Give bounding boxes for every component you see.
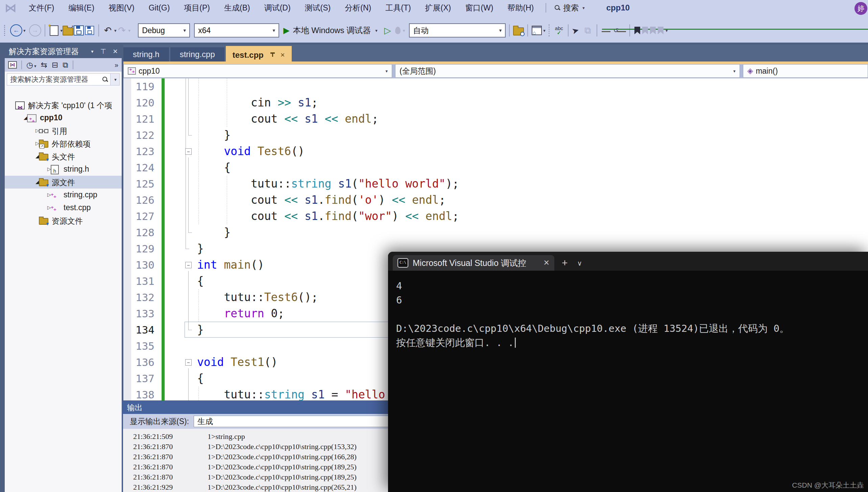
save-button[interactable]	[73, 24, 84, 36]
pin-icon[interactable]	[270, 52, 275, 58]
code-text: {	[197, 273, 204, 289]
search-menu[interactable]: 搜索 ▾	[551, 3, 588, 13]
open-file-button[interactable]	[63, 24, 73, 36]
unindent-lines-button[interactable]: ↺	[613, 24, 626, 36]
output-message: 1>D:\2023code.c\cpp10\cpp10\string.cpp(1…	[208, 463, 357, 471]
start-debugging-button[interactable]: ▶ 本地 Windows 调试器 ▾	[279, 25, 382, 36]
menu-item[interactable]: 分析(N)	[338, 3, 378, 13]
menu-item[interactable]: 编辑(E)	[61, 3, 101, 13]
document-tab[interactable]: string.h	[123, 47, 169, 62]
tree-item-[interactable]: ▷引用	[5, 124, 122, 137]
menu-item[interactable]: Git(G)	[142, 3, 177, 13]
start-without-debugging-button[interactable]: ▷	[384, 25, 391, 36]
menu-item[interactable]: 工具(T)	[378, 3, 418, 13]
output-timestamp: 21:36:21:870	[133, 442, 196, 452]
close-icon[interactable]: ×	[113, 47, 118, 56]
pin-icon[interactable]: ⊤	[100, 47, 106, 55]
tab-label: string.h	[133, 50, 160, 59]
toggle-bookmark-button[interactable]	[634, 27, 640, 34]
menu-item[interactable]: 视图(V)	[101, 3, 142, 13]
chevron-down-icon[interactable]: ▾	[91, 49, 94, 54]
scope-dropdown[interactable]: (全局范围)▾	[395, 64, 740, 78]
properties-pages-icon[interactable]: ⧉	[63, 60, 68, 70]
collapse-all-icon[interactable]: ⊟	[52, 60, 58, 70]
code-line-122[interactable]: 122 }	[123, 127, 868, 143]
overflow-icon[interactable]: »	[115, 61, 118, 69]
fold-collapse-box[interactable]: −	[185, 148, 192, 155]
code-line-126[interactable]: 126 cout << s1.find('o') << endl;	[123, 192, 868, 208]
tree-item-[interactable]: ▷↗外部依赖项	[5, 137, 122, 150]
new-tab-button[interactable]: +	[562, 257, 568, 269]
code-line-123[interactable]: 123 void Test6()	[123, 143, 868, 159]
line-number: 136	[130, 354, 154, 370]
code-line-125[interactable]: 125 tutu::string s1("hello world");	[123, 176, 868, 192]
console-line	[396, 307, 868, 321]
code-line-120[interactable]: 120 cin >> s1;	[123, 95, 868, 111]
solution-search-box[interactable]: 搜索解决方案资源管理器 ▾	[7, 73, 120, 85]
code-line-127[interactable]: 127 cout << s1.find("wor") << endl;	[123, 208, 868, 224]
console-titlebar[interactable]: C:\ Microsoft Visual Studio 调试控 ✕ + ∨	[388, 252, 868, 271]
user-avatar[interactable]: 婷	[854, 2, 867, 15]
tree-item-cpp10[interactable]: ◢⁺₊cpp10	[5, 112, 122, 124]
tree-item-cpp101[interactable]: ⋈解决方案 'cpp10' (1 个项	[5, 99, 122, 112]
configuration-dropdown[interactable]: Debug▾	[138, 23, 190, 38]
line-number: 125	[130, 176, 154, 192]
menu-item[interactable]: 扩展(X)	[418, 3, 458, 13]
navigate-back-button[interactable]: ←	[10, 24, 22, 36]
tree-item-[interactable]: ◢▼源文件	[5, 176, 122, 189]
find-in-files-button[interactable]	[513, 24, 524, 36]
debug-console-window: C:\ Microsoft Visual Studio 调试控 ✕ + ∨ 46…	[388, 252, 868, 492]
pending-changes-filter-icon[interactable]: ◷▾	[26, 60, 37, 70]
menu-item[interactable]: 项目(P)	[177, 3, 217, 13]
menu-item[interactable]: 生成(B)	[217, 3, 257, 13]
tree-item-[interactable]: ▼资源文件	[5, 214, 122, 227]
menu-item[interactable]: 调试(D)	[257, 3, 298, 13]
close-icon[interactable]: ×	[281, 51, 285, 59]
tree-item-string.cpp[interactable]: ▷⁺₊string.cpp	[5, 189, 122, 201]
code-line-128[interactable]: 128 }	[123, 224, 868, 241]
console-output[interactable]: 46 D:\2023code.c\cpp10\x64\Debug\cpp10.e…	[388, 271, 868, 350]
select-tool-icon[interactable]: ➤	[571, 25, 580, 36]
tree-item-label: string.h	[64, 165, 89, 174]
search-options-dropdown[interactable]: ▾	[110, 74, 119, 85]
project-dropdown[interactable]: ⁺₊ cpp10▾	[123, 64, 392, 78]
extdeps-icon: ↗	[39, 139, 48, 148]
chevron-down-icon[interactable]: ▾	[543, 28, 546, 33]
folder-filter-icon: ▼	[39, 178, 48, 187]
folder-filter-icon: ▼	[39, 152, 48, 161]
fold-collapse-box[interactable]: −	[185, 262, 192, 268]
tab-dropdown-icon[interactable]: ∨	[577, 259, 582, 267]
menu-item[interactable]: 测试(S)	[298, 3, 338, 13]
code-line-121[interactable]: 121 cout << s1 << endl;	[123, 111, 868, 127]
save-all-button[interactable]	[84, 24, 95, 36]
output-message: 1>string.cpp	[208, 432, 245, 441]
tree-item-[interactable]: ◢▼头文件	[5, 150, 122, 163]
tree-item-string.h[interactable]: ▷hstring.h	[5, 163, 122, 176]
chevron-down-icon: ▾	[128, 28, 131, 33]
platform-dropdown[interactable]: x64▾	[194, 23, 279, 38]
close-tab-icon[interactable]: ✕	[544, 259, 550, 267]
undo-button[interactable]: ↶	[102, 24, 113, 36]
sync-with-active-document-icon[interactable]: ⇆	[41, 60, 47, 70]
member-dropdown[interactable]: ◈ main()	[743, 64, 868, 78]
console-tab[interactable]: C:\ Microsoft Visual Studio 调试控 ✕	[393, 255, 554, 271]
switch-views-icon[interactable]: ⋈	[8, 61, 17, 69]
indent-lines-button[interactable]	[601, 24, 611, 36]
code-line-119[interactable]: 119	[123, 78, 868, 95]
new-project-button[interactable]	[49, 24, 59, 36]
spell-check-button[interactable]: abc✓	[554, 24, 564, 36]
attach-dropdown[interactable]: 自动▾	[409, 23, 506, 38]
toolbar-grip[interactable]	[4, 25, 7, 36]
chevron-down-icon[interactable]: ▾	[23, 28, 26, 33]
menu-item[interactable]: 文件(F)	[22, 3, 61, 13]
solution-explorer-button[interactable]	[531, 24, 542, 36]
tree-item-test.cpp[interactable]: ▷⁺₊test.cpp	[5, 201, 122, 214]
output-timestamp: 21:36:21:929	[133, 482, 196, 492]
code-line-124[interactable]: 124 {	[123, 159, 868, 176]
fold-collapse-box[interactable]: −	[185, 359, 192, 366]
cpp-file-icon: ⁺₊	[51, 191, 60, 199]
document-tab[interactable]: string.cpp	[170, 47, 224, 62]
menu-item[interactable]: 窗口(W)	[458, 3, 500, 13]
menu-item[interactable]: 帮助(H)	[500, 3, 541, 13]
code-text: int main()	[197, 257, 264, 273]
